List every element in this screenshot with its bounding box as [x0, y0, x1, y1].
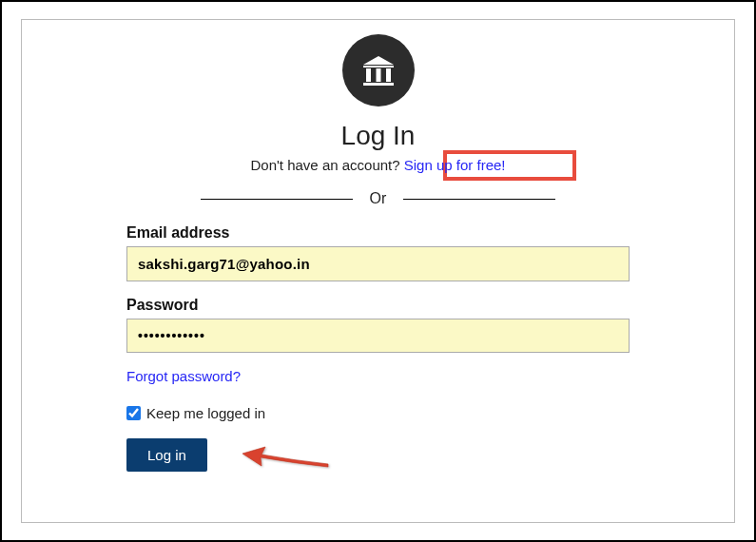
divider-row: Or	[126, 190, 630, 207]
email-label: Email address	[126, 224, 630, 242]
divider-text: Or	[353, 190, 404, 207]
svg-rect-1	[363, 66, 394, 68]
svg-rect-2	[366, 68, 371, 82]
keep-logged-label: Keep me logged in	[146, 405, 265, 421]
divider-line-left	[201, 199, 353, 200]
header-section: Log In Don't have an account? Sign up fo…	[126, 34, 630, 207]
arrow-annotation-icon	[241, 437, 336, 479]
login-card: Log In Don't have an account? Sign up fo…	[21, 19, 735, 523]
svg-rect-5	[363, 83, 394, 86]
keep-logged-checkbox[interactable]	[126, 406, 141, 420]
outer-frame: Log In Don't have an account? Sign up fo…	[0, 0, 756, 542]
svg-marker-0	[363, 56, 394, 65]
svg-rect-3	[376, 68, 380, 82]
email-field[interactable]	[126, 246, 630, 281]
signup-link[interactable]: Sign up for free!	[404, 157, 506, 173]
keep-logged-row: Keep me logged in	[126, 405, 630, 421]
login-button[interactable]: Log in	[126, 438, 207, 472]
page-title: Log In	[126, 121, 630, 151]
signup-prompt: Don't have an account? Sign up for free!	[126, 157, 630, 173]
password-field[interactable]	[126, 319, 630, 353]
signup-prompt-text: Don't have an account?	[250, 157, 403, 173]
login-form: Email address Password Forgot password? …	[126, 224, 630, 472]
archive-logo-icon	[342, 34, 415, 106]
password-label: Password	[126, 297, 630, 314]
forgot-password-link[interactable]: Forgot password?	[126, 368, 241, 384]
divider-line-right	[403, 199, 555, 200]
svg-rect-4	[386, 68, 391, 82]
